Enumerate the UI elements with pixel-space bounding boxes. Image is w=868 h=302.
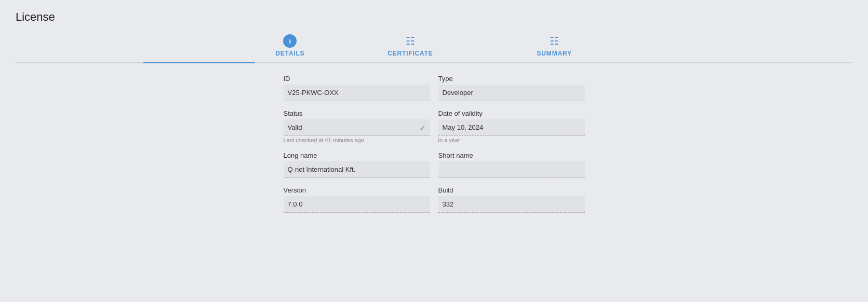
row-names: Long name Q-net International Kft. Short…: [284, 152, 585, 178]
field-long-name: Long name Q-net International Kft.: [284, 152, 430, 178]
form-inner: ID V25-PKWC-OXX Type Developer Status Va…: [284, 75, 585, 221]
field-short-name: Short name: [438, 152, 585, 178]
row-status-date: Status Valid Last checked at 41 minutes …: [284, 109, 585, 143]
version-label: Version: [284, 186, 430, 194]
field-status: Status Valid Last checked at 41 minutes …: [284, 109, 430, 143]
version-value: 7.0.0: [284, 196, 430, 213]
row-version-build: Version 7.0.0 Build 332: [284, 186, 585, 213]
details-icon: i: [283, 34, 297, 48]
field-type: Type Developer: [438, 75, 585, 101]
type-value: Developer: [438, 85, 585, 101]
tab-details[interactable]: i DETAILS: [244, 34, 336, 62]
form-section: ID V25-PKWC-OXX Type Developer Status Va…: [16, 75, 852, 221]
tab-bottom-border: [16, 62, 852, 63]
field-version: Version 7.0.0: [284, 186, 430, 213]
tab-certificate[interactable]: ☷ CERTIFICATE: [336, 34, 485, 62]
status-subtext: Last checked at 41 minutes ago: [284, 137, 430, 143]
status-label: Status: [284, 109, 430, 117]
build-label: Build: [438, 186, 585, 194]
date-validity-value: May 10, 2024: [438, 119, 585, 136]
short-name-label: Short name: [438, 152, 585, 159]
id-label: ID: [284, 75, 430, 83]
date-validity-subtext: in a year: [438, 137, 585, 143]
row-id-type: ID V25-PKWC-OXX Type Developer: [284, 75, 585, 101]
date-validity-label: Date of validity: [438, 109, 585, 117]
field-date-validity: Date of validity May 10, 2024 in a year: [438, 109, 585, 143]
tab-summary[interactable]: ☷ SUMMARY: [485, 34, 624, 62]
tab-details-label: DETAILS: [275, 50, 304, 57]
tab-navigation: i DETAILS ☷ CERTIFICATE ☷ SUMMARY: [16, 34, 852, 62]
page-container: License i DETAILS ☷ CERTIFICATE ☷ SUMMAR…: [0, 0, 868, 302]
field-build: Build 332: [438, 186, 585, 213]
tab-summary-label: SUMMARY: [537, 50, 572, 57]
tab-active-indicator: [143, 62, 255, 63]
id-value: V25-PKWC-OXX: [284, 85, 430, 101]
tab-certificate-label: CERTIFICATE: [388, 50, 433, 57]
summary-icon: ☷: [550, 34, 559, 48]
type-label: Type: [438, 75, 585, 83]
field-id: ID V25-PKWC-OXX: [284, 75, 430, 101]
build-value: 332: [438, 196, 585, 213]
long-name-label: Long name: [284, 152, 430, 159]
page-title: License: [16, 10, 852, 24]
long-name-value: Q-net International Kft.: [284, 161, 430, 178]
status-value: Valid: [284, 119, 430, 136]
certificate-icon: ☷: [406, 34, 415, 48]
short-name-value: [438, 161, 585, 178]
